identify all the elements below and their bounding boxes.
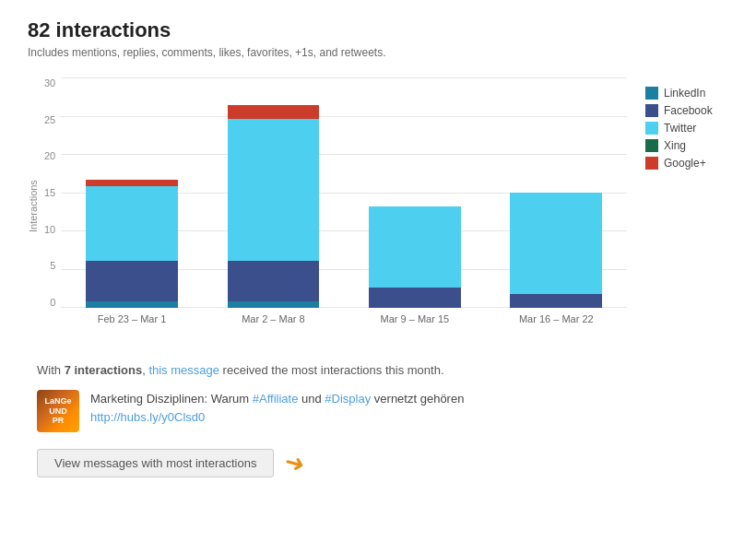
legend-color-facebook bbox=[645, 104, 658, 117]
hashtag-display[interactable]: #Display bbox=[325, 392, 371, 406]
view-messages-button[interactable]: View messages with most interactions bbox=[37, 449, 274, 477]
bar-stack-2 bbox=[369, 206, 461, 308]
avatar-image: LaNGeUNDPR bbox=[37, 390, 79, 432]
x-label-3: Mar 16 – Mar 22 bbox=[486, 308, 627, 335]
bar-group-1 bbox=[203, 77, 344, 308]
legend-color-google bbox=[645, 157, 658, 170]
y-labels: 30 25 20 15 10 5 0 bbox=[44, 77, 55, 335]
bar-segment-linkedin-1 bbox=[228, 301, 320, 308]
legend-item-linkedin: LinkedIn bbox=[645, 87, 728, 100]
legend-item-twitter: Twitter bbox=[645, 122, 728, 135]
bar-segment-twitter-2 bbox=[369, 206, 461, 288]
y-axis-label: Interactions bbox=[28, 77, 39, 335]
legend-item-google: Google+ bbox=[645, 157, 728, 170]
bar-segment-twitter-0 bbox=[86, 186, 178, 261]
chart-legend: LinkedInFacebookTwitterXingGoogle+ bbox=[645, 77, 728, 335]
bar-group-0 bbox=[61, 77, 202, 308]
bar-group-3 bbox=[486, 77, 627, 308]
legend-color-linkedin bbox=[645, 87, 658, 100]
grid-and-bars bbox=[61, 77, 627, 308]
bar-segment-linkedin-0 bbox=[86, 301, 178, 308]
bar-segment-twitter-3 bbox=[510, 193, 602, 294]
bar-segment-twitter-1 bbox=[228, 119, 320, 261]
legend-color-xing bbox=[645, 139, 658, 152]
bar-group-2 bbox=[344, 77, 485, 308]
legend-label-linkedin: LinkedIn bbox=[664, 87, 705, 100]
interactions-summary: With 7 interactions, this message receiv… bbox=[37, 363, 719, 377]
bar-segment-facebook-2 bbox=[369, 288, 461, 308]
bar-segment-google-0 bbox=[86, 180, 178, 186]
bar-stack-0 bbox=[86, 180, 178, 308]
bar-stack-3 bbox=[510, 193, 602, 308]
bars-row bbox=[61, 77, 627, 308]
bar-segment-facebook-0 bbox=[86, 261, 178, 301]
bar-segment-google-1 bbox=[228, 105, 320, 119]
chart-container: Interactions 30 25 20 15 10 5 0 bbox=[28, 77, 728, 335]
legend-label-facebook: Facebook bbox=[664, 104, 713, 117]
hashtag-affiliate[interactable]: #Affiliate bbox=[253, 392, 299, 406]
bars-area: Feb 23 – Mar 1Mar 2 – Mar 8Mar 9 – Mar 1… bbox=[61, 77, 627, 335]
interactions-count: 7 interactions bbox=[65, 363, 143, 377]
legend-item-facebook: Facebook bbox=[645, 104, 728, 117]
bottom-section: With 7 interactions, this message receiv… bbox=[28, 363, 728, 477]
message-card: LaNGeUNDPR Marketing Disziplinen: Warum … bbox=[37, 390, 719, 432]
x-label-0: Feb 23 – Mar 1 bbox=[61, 308, 202, 335]
message-content: Marketing Disziplinen: Warum #Affiliate … bbox=[90, 390, 464, 426]
x-label-1: Mar 2 – Mar 8 bbox=[203, 308, 344, 335]
btn-area: View messages with most interactions ➜ bbox=[37, 449, 719, 477]
legend-color-twitter bbox=[645, 122, 658, 135]
bar-segment-facebook-1 bbox=[228, 261, 320, 301]
x-label-2: Mar 9 – Mar 15 bbox=[344, 308, 485, 335]
message-link[interactable]: this message bbox=[148, 363, 219, 377]
page-title: 82 interactions bbox=[28, 18, 728, 42]
legend-label-google: Google+ bbox=[664, 157, 706, 170]
page-subtitle: Includes mentions, replies, comments, li… bbox=[28, 46, 728, 59]
bar-stack-1 bbox=[228, 105, 320, 308]
legend-label-xing: Xing bbox=[664, 139, 686, 152]
x-labels-row: Feb 23 – Mar 1Mar 2 – Mar 8Mar 9 – Mar 1… bbox=[61, 308, 627, 335]
message-url[interactable]: http://hubs.ly/y0Clsd0 bbox=[90, 410, 205, 424]
chart-wrapper: 30 25 20 15 10 5 0 bbox=[44, 77, 627, 335]
avatar: LaNGeUNDPR bbox=[37, 390, 79, 432]
arrow-icon: ➜ bbox=[282, 447, 309, 480]
legend-item-xing: Xing bbox=[645, 139, 728, 152]
bar-segment-facebook-3 bbox=[510, 294, 602, 308]
legend-label-twitter: Twitter bbox=[664, 122, 696, 135]
